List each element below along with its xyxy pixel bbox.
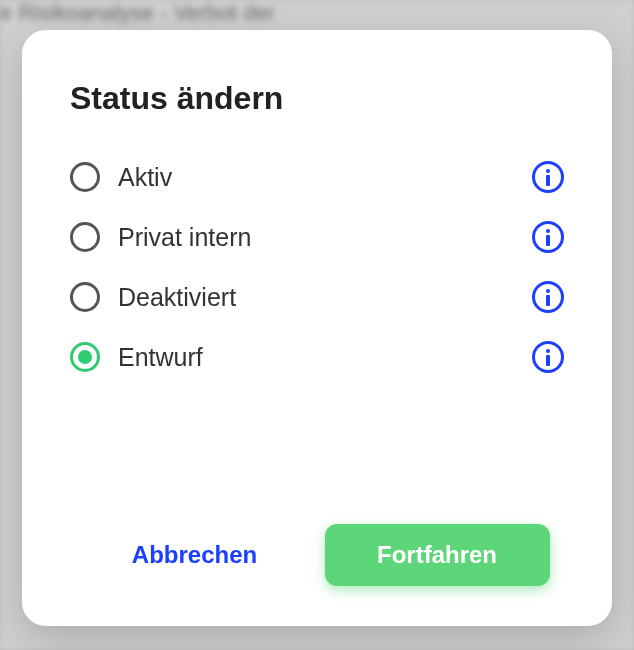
svg-rect-1	[546, 175, 550, 186]
info-icon[interactable]	[532, 281, 564, 313]
radio-label[interactable]: Deaktiviert	[118, 283, 514, 312]
radio-label[interactable]: Privat intern	[118, 223, 514, 252]
info-icon[interactable]	[532, 341, 564, 373]
status-option-deaktiviert[interactable]: Deaktiviert	[70, 281, 564, 313]
radio-button[interactable]	[70, 282, 100, 312]
radio-button[interactable]	[70, 342, 100, 372]
modal-footer: Abbrechen Fortfahren	[70, 524, 564, 586]
radio-label[interactable]: Entwurf	[118, 343, 514, 372]
cancel-button[interactable]: Abbrechen	[85, 524, 305, 586]
status-radio-group: Aktiv Privat intern Deaktiviert	[70, 161, 564, 484]
svg-point-2	[546, 229, 550, 233]
svg-rect-7	[546, 355, 550, 366]
modal-title: Status ändern	[70, 80, 564, 117]
radio-button[interactable]	[70, 162, 100, 192]
status-option-entwurf[interactable]: Entwurf	[70, 341, 564, 373]
info-icon[interactable]	[532, 221, 564, 253]
svg-point-0	[546, 169, 550, 173]
status-change-modal: Status ändern Aktiv Privat intern	[22, 30, 612, 626]
status-option-aktiv[interactable]: Aktiv	[70, 161, 564, 193]
info-icon[interactable]	[532, 161, 564, 193]
radio-label[interactable]: Aktiv	[118, 163, 514, 192]
svg-rect-3	[546, 235, 550, 246]
status-option-privat-intern[interactable]: Privat intern	[70, 221, 564, 253]
svg-point-4	[546, 289, 550, 293]
radio-button[interactable]	[70, 222, 100, 252]
svg-point-6	[546, 349, 550, 353]
svg-rect-5	[546, 295, 550, 306]
confirm-button[interactable]: Fortfahren	[325, 524, 550, 586]
